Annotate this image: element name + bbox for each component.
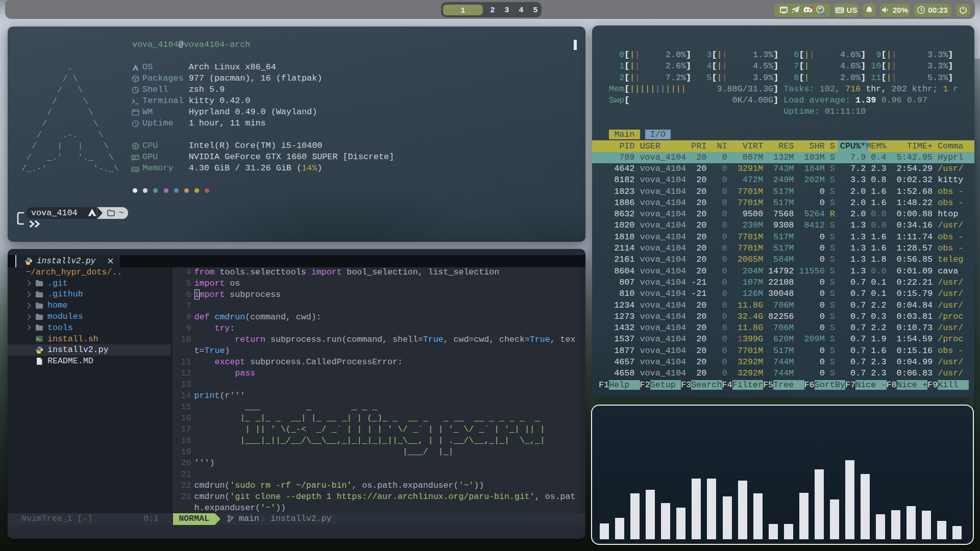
- svg-text:REC: REC: [819, 12, 825, 15]
